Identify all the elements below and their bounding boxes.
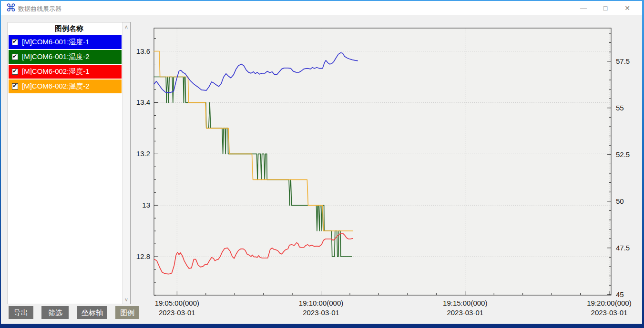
titlebar[interactable]: ⌘ 数据曲线展示器 — □ ✕ [1, 1, 642, 15]
svg-text:47.5: 47.5 [616, 244, 630, 252]
checkmark-icon: ✔ [12, 82, 17, 89]
scroll-down-icon[interactable]: ∨ [123, 296, 130, 303]
scroll-up-icon[interactable]: ∧ [123, 23, 130, 30]
checkmark-icon: ✔ [12, 53, 17, 60]
legend-panel-title: 图例名称 [8, 22, 130, 35]
svg-text:50: 50 [616, 197, 624, 205]
window-frame: ⌘ 数据曲线展示器 — □ ✕ 图例名称 ✔ [M]COM6-001:湿度-1 … [0, 0, 644, 328]
checkmark-icon: ✔ [12, 38, 17, 45]
legend-scrollbar[interactable]: ∧ ∨ [122, 22, 130, 304]
maximize-button[interactable]: □ [594, 1, 616, 15]
legend-item-label: [M]COM6-002:湿度-1 [22, 67, 90, 76]
legend-item-com6-002-humidity[interactable]: ✔ [M]COM6-002:湿度-1 [9, 65, 122, 79]
svg-text:19:05:00(000): 19:05:00(000) [155, 299, 199, 307]
toolbar: 导出 筛选 坐标轴 图例 [9, 306, 145, 319]
legend-list: ✔ [M]COM6-001:湿度-1 ✔ [M]COM6-001:温度-2 ✔ … [9, 35, 122, 94]
legend-checkbox[interactable]: ✔ [12, 39, 18, 45]
legend-item-com6-002-temperature[interactable]: ✔ [M]COM6-002:温度-2 [9, 80, 122, 93]
chart-canvas[interactable]: 13.613.413.21312.857.55552.55047.54519:0… [133, 22, 643, 327]
svg-text:2023-03-01: 2023-03-01 [159, 308, 195, 317]
legend-checkbox[interactable]: ✔ [12, 69, 18, 75]
svg-text:19:10:00(000): 19:10:00(000) [299, 299, 343, 307]
minimize-button[interactable]: — [572, 1, 594, 15]
svg-text:2023-03-01: 2023-03-01 [591, 308, 628, 317]
svg-text:19:15:00(000): 19:15:00(000) [443, 299, 487, 307]
legend-item-com6-001-humidity[interactable]: ✔ [M]COM6-001:湿度-1 [9, 35, 122, 49]
window-controls: — □ ✕ [572, 1, 638, 15]
legend-item-label: [M]COM6-002:温度-2 [22, 82, 90, 91]
legend-checkbox[interactable]: ✔ [12, 83, 18, 89]
app-command-icon: ⌘ [6, 2, 16, 14]
legend-panel: 图例名称 ✔ [M]COM6-001:湿度-1 ✔ [M]COM6-001:温度… [8, 22, 131, 304]
svg-text:55: 55 [616, 104, 624, 112]
checkmark-icon: ✔ [12, 68, 17, 74]
svg-text:45: 45 [616, 290, 624, 298]
svg-text:13.2: 13.2 [136, 149, 150, 158]
svg-text:2023-03-01: 2023-03-01 [447, 308, 483, 317]
legend-item-label: [M]COM6-001:湿度-1 [22, 38, 90, 47]
window-title: 数据曲线展示器 [18, 5, 61, 13]
legend-item-com6-001-temperature[interactable]: ✔ [M]COM6-001:温度-2 [9, 50, 122, 64]
axes-button[interactable]: 坐标轴 [77, 306, 107, 319]
legend-checkbox[interactable]: ✔ [12, 54, 18, 60]
filter-button[interactable]: 筛选 [41, 306, 69, 319]
svg-text:57.5: 57.5 [616, 57, 630, 65]
svg-text:13: 13 [142, 201, 150, 209]
legend-item-label: [M]COM6-001:温度-2 [22, 52, 90, 61]
svg-text:13.4: 13.4 [136, 98, 150, 106]
app-window: ⌘ 数据曲线展示器 — □ ✕ 图例名称 ✔ [M]COM6-001:湿度-1 … [1, 1, 642, 324]
close-button[interactable]: ✕ [616, 1, 638, 15]
svg-text:19:20:00(000): 19:20:00(000) [587, 299, 631, 307]
export-button[interactable]: 导出 [9, 306, 33, 319]
svg-text:52.5: 52.5 [616, 150, 630, 159]
svg-text:13.6: 13.6 [136, 47, 150, 55]
time-series-chart[interactable]: 13.613.413.21312.857.55552.55047.54519:0… [133, 22, 643, 327]
svg-text:2023-03-01: 2023-03-01 [303, 308, 339, 317]
svg-text:12.8: 12.8 [136, 252, 150, 260]
